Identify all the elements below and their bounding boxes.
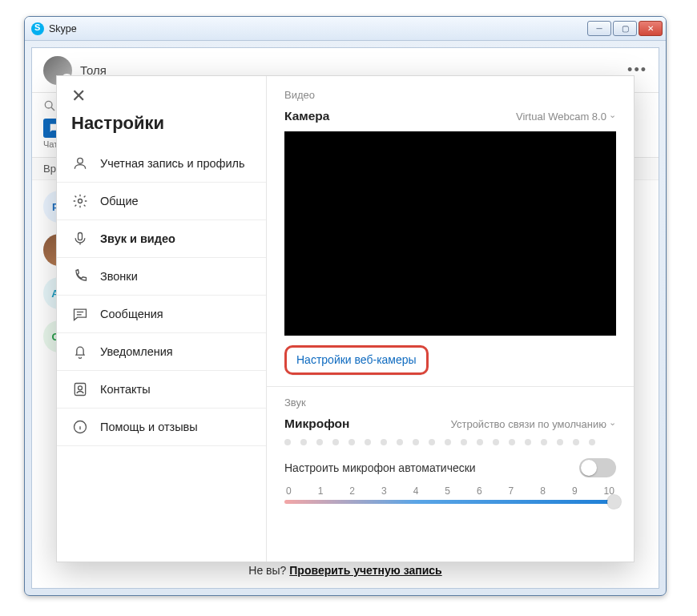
- user-icon: [71, 155, 89, 172]
- window-frame: Skype ─ ▢ ✕ Толя ••• Чат Врем PB AO: [24, 16, 667, 596]
- microphone-level-meter: [284, 439, 616, 445]
- sidebar-item-label: Сообщения: [100, 308, 163, 320]
- sidebar-item-help[interactable]: Помощь и отзывы: [57, 409, 266, 446]
- sidebar-item-messages[interactable]: Сообщения: [57, 296, 266, 333]
- microphone-label: Микрофон: [284, 417, 349, 431]
- bell-icon: [71, 343, 89, 360]
- svg-rect-7: [75, 384, 85, 396]
- chat-icon: [71, 305, 89, 323]
- skype-logo-icon: [31, 22, 44, 35]
- svg-point-8: [79, 386, 83, 390]
- settings-content: Видео Камера Virtual Webcam 8.0 Настройк…: [267, 76, 634, 562]
- slider-thumb[interactable]: [607, 495, 621, 509]
- svg-point-0: [45, 101, 52, 108]
- audio-section-label: Звук: [284, 397, 616, 409]
- verify-account-link[interactable]: Проверить учетную запись: [289, 564, 441, 577]
- app-client: Толя ••• Чат Врем PB AO GE Не вы? Провер…: [31, 47, 659, 589]
- close-button[interactable]: ✕: [639, 21, 663, 36]
- contacts-icon: [71, 380, 89, 398]
- sidebar-item-general[interactable]: Общие: [57, 183, 266, 220]
- sidebar-item-account[interactable]: Учетная запись и профиль: [57, 145, 266, 183]
- search-icon: [43, 99, 56, 112]
- video-section-label: Видео: [284, 89, 616, 101]
- microphone-select[interactable]: Устройство связи по умолчанию: [451, 418, 616, 430]
- settings-title: Настройки: [57, 110, 266, 145]
- info-icon: [71, 418, 89, 436]
- phone-icon: [71, 268, 89, 285]
- window-title: Skype: [49, 23, 587, 34]
- sidebar-item-contacts[interactable]: Контакты: [57, 371, 266, 409]
- mic-volume-slider[interactable]: 012345678910: [284, 485, 616, 504]
- svg-point-2: [78, 158, 83, 163]
- slider-track: [284, 500, 616, 504]
- sidebar-item-label: Звонки: [100, 270, 138, 283]
- webcam-settings-link[interactable]: Настройки веб-камеры: [284, 345, 429, 375]
- camera-select[interactable]: Virtual Webcam 8.0: [516, 111, 616, 123]
- sidebar-item-notifications[interactable]: Уведомления: [57, 333, 266, 371]
- settings-sidebar: ✕ Настройки Учетная запись и профиль Общ…: [57, 76, 267, 562]
- sidebar-item-audio-video[interactable]: Звук и видео: [57, 220, 266, 258]
- auto-mic-toggle[interactable]: [579, 458, 616, 477]
- svg-point-3: [79, 199, 83, 203]
- sidebar-item-label: Контакты: [100, 383, 151, 396]
- divider: [267, 386, 634, 387]
- maximize-button[interactable]: ▢: [613, 21, 637, 36]
- footer-note: Не вы? Проверить учетную запись: [32, 564, 659, 577]
- sidebar-item-label: Учетная запись и профиль: [100, 156, 245, 171]
- close-settings-button[interactable]: ✕: [57, 86, 266, 110]
- settings-panel: ✕ Настройки Учетная запись и профиль Общ…: [56, 75, 635, 562]
- svg-line-1: [51, 107, 54, 111]
- gear-icon: [71, 192, 89, 210]
- sidebar-item-label: Помощь и отзывы: [100, 421, 198, 433]
- auto-mic-label: Настроить микрофон автоматически: [284, 461, 476, 474]
- camera-preview: [284, 131, 616, 336]
- sidebar-item-label: Уведомления: [100, 345, 173, 358]
- slider-ticks: 012345678910: [284, 485, 616, 500]
- camera-label: Камера: [284, 109, 329, 123]
- minimize-button[interactable]: ─: [587, 21, 611, 36]
- svg-rect-4: [79, 233, 83, 240]
- sidebar-item-label: Звук и видео: [100, 232, 175, 245]
- title-bar: Skype ─ ▢ ✕: [25, 17, 666, 41]
- sidebar-item-label: Общие: [100, 195, 139, 207]
- microphone-icon: [71, 230, 89, 248]
- sidebar-item-calls[interactable]: Звонки: [57, 258, 266, 296]
